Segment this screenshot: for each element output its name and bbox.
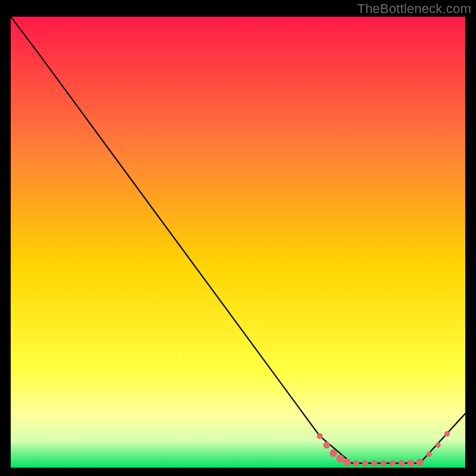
watermark-text: TheBottleneck.com	[357, 1, 471, 17]
chart-frame: TheBottleneck.com	[0, 0, 476, 476]
chart-svg	[11, 17, 465, 468]
marker-dot	[444, 431, 450, 437]
marker-dot	[426, 452, 432, 458]
plot-area	[11, 17, 465, 468]
marker-dot	[330, 449, 337, 457]
marker-dot	[317, 433, 322, 439]
marker-dot	[416, 459, 424, 466]
marker-dot	[353, 460, 359, 466]
gradient-background	[11, 17, 465, 468]
marker-dot	[399, 460, 405, 466]
marker-dot	[390, 460, 396, 466]
marker-dot	[408, 460, 415, 467]
marker-dot	[380, 460, 386, 466]
marker-dot	[362, 460, 368, 466]
marker-dot	[343, 459, 351, 466]
marker-dot	[371, 460, 377, 466]
marker-dot	[323, 441, 330, 449]
marker-dot	[336, 455, 344, 462]
marker-dot	[436, 443, 441, 448]
